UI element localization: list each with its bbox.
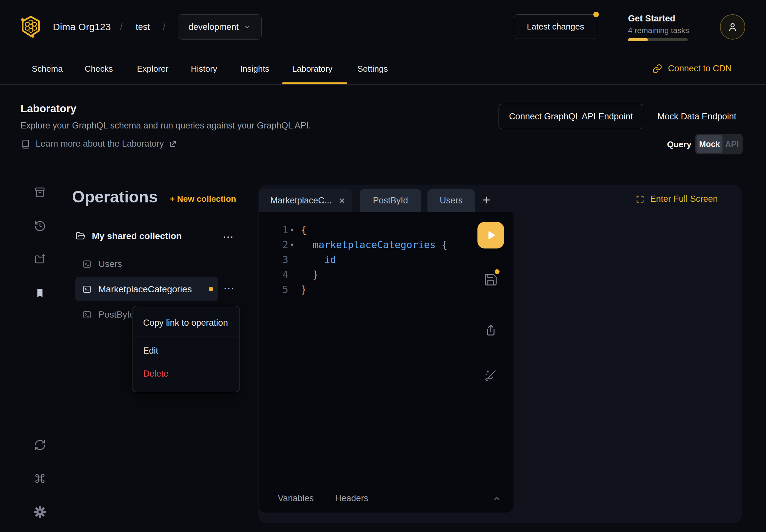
learn-more-link[interactable]: Learn more about the Laboratory	[21, 139, 177, 149]
operation-item-users[interactable]: Users	[82, 259, 122, 269]
settings-button[interactable]	[33, 505, 47, 519]
prettify-query-button[interactable]	[483, 368, 499, 383]
editor-tab-postbyid[interactable]: PostById	[359, 189, 421, 212]
menu-item-delete[interactable]: Delete	[132, 362, 239, 392]
code-token: id	[324, 254, 336, 265]
code-line: 3 id	[274, 252, 514, 267]
tab-laboratory[interactable]: Laboratory	[292, 64, 332, 74]
variables-tab[interactable]: Variables	[278, 493, 314, 503]
get-started-subtitle: 4 remaining tasks	[628, 26, 689, 35]
query-editor[interactable]: 1 ▾ { 2 ▾ marketplaceCategories { 3 id 4…	[259, 212, 514, 484]
line-number: 2	[274, 239, 288, 250]
mock-data-endpoint-button[interactable]: Mock Data Endpoint	[655, 112, 738, 122]
collection-my-shared-collection[interactable]: My shared collection	[76, 231, 182, 241]
operation-icon	[82, 259, 92, 269]
breadcrumb-project[interactable]: test	[136, 22, 150, 32]
operation-context-menu: Copy link to operation Edit Delete	[132, 306, 240, 392]
gear-icon	[34, 506, 46, 518]
close-icon[interactable]: ×	[339, 196, 345, 205]
breadcrumb-org[interactable]: Dima Org123	[53, 21, 111, 32]
latest-changes-label: Latest changes	[527, 22, 584, 32]
tab-history[interactable]: History	[191, 64, 217, 74]
operation-more-options-icon[interactable]: ⋯	[223, 282, 234, 295]
tab-insights[interactable]: Insights	[240, 64, 269, 74]
sidebar-divider	[60, 173, 60, 524]
editor-tab-label: Users	[440, 196, 463, 206]
bookmarks-button[interactable]	[33, 286, 47, 300]
code-token: }	[312, 269, 318, 280]
operation-item-postbyid[interactable]: PostById	[82, 309, 135, 320]
line-number: 1	[274, 224, 288, 236]
tab-schema[interactable]: Schema	[32, 64, 63, 74]
enter-fullscreen-button[interactable]: Enter Full Screen	[636, 194, 718, 204]
command-icon	[34, 472, 46, 485]
environment-dropdown[interactable]: development	[178, 14, 261, 40]
code-indent	[301, 269, 312, 280]
chevron-down-icon	[244, 23, 251, 30]
editor-bottom-bar: Variables Headers	[259, 484, 514, 513]
breadcrumb-separator: /	[163, 22, 165, 32]
user-avatar[interactable]	[720, 14, 745, 40]
connect-graphql-api-endpoint-button[interactable]: Connect GraphQL API Endpoint	[499, 104, 643, 129]
query-mode-api[interactable]: API	[723, 139, 741, 149]
share-operation-button[interactable]	[483, 322, 499, 338]
collection-more-options-icon[interactable]: ⋯	[223, 230, 234, 243]
archive-icon	[34, 187, 46, 198]
code-line: 5 }	[274, 282, 514, 297]
tab-explorer[interactable]: Explorer	[137, 64, 168, 74]
editor-tab-label: MarketplaceC...	[270, 196, 332, 206]
refetch-schema-button[interactable]	[33, 438, 47, 452]
menu-item-copy-link[interactable]: Copy link to operation	[132, 306, 239, 336]
operation-icon	[82, 310, 92, 320]
editor-tab-marketplacecategories[interactable]: MarketplaceC... ×	[259, 189, 352, 212]
execute-query-button[interactable]	[478, 222, 504, 248]
line-number: 5	[274, 284, 288, 295]
operation-item-marketplacecategories[interactable]: MarketplaceCategories	[82, 284, 192, 295]
shortcuts-button[interactable]	[33, 471, 47, 486]
bookmark-icon	[34, 287, 45, 298]
history-button[interactable]	[33, 219, 47, 233]
headers-tab[interactable]: Headers	[335, 493, 368, 503]
query-label: Query	[667, 139, 691, 150]
add-tab-button[interactable]: +	[482, 190, 491, 210]
learn-more-label: Learn more about the Laboratory	[36, 139, 164, 149]
operation-name: Users	[98, 259, 122, 269]
book-icon	[21, 139, 30, 149]
project-nav: Schema Checks Explorer History Insights …	[0, 55, 766, 85]
breadcrumb-separator: /	[120, 22, 123, 32]
query-mode-mock[interactable]: Mock	[697, 135, 723, 153]
get-started-progress-fill	[628, 38, 648, 41]
fold-caret-icon[interactable]: ▾	[288, 226, 301, 233]
fullscreen-icon	[636, 195, 645, 204]
query-mode-toggle: Mock API	[695, 134, 743, 154]
menu-item-edit[interactable]: Edit	[132, 336, 239, 362]
operations-title: Operations	[72, 187, 158, 206]
enter-fullscreen-label: Enter Full Screen	[650, 194, 718, 204]
external-link-icon	[169, 140, 177, 148]
laboratory-page: Dima Org123 / test / development Latest …	[0, 0, 766, 532]
latest-changes-button[interactable]: Latest changes	[514, 14, 597, 39]
new-folder-button[interactable]	[33, 252, 47, 266]
code-indent	[301, 254, 324, 265]
editor-tab-label: PostById	[373, 196, 408, 206]
save-operation-button[interactable]	[483, 272, 499, 287]
operation-icon	[82, 284, 92, 294]
operation-name: PostById	[98, 309, 135, 320]
collections-archive-button[interactable]	[33, 185, 47, 199]
get-started-title[interactable]: Get Started	[628, 14, 675, 24]
tab-checks[interactable]: Checks	[85, 64, 113, 74]
code-token: }	[301, 284, 307, 295]
active-tab-underline	[282, 82, 347, 84]
line-number: 3	[274, 254, 288, 265]
connect-to-cdn-link[interactable]: Connect to CDN	[652, 64, 732, 74]
new-collection-button[interactable]: + New collection	[170, 194, 236, 204]
chevron-up-icon	[493, 494, 501, 503]
editor-tab-users[interactable]: Users	[428, 189, 475, 212]
folder-plus-icon	[34, 253, 46, 265]
collapse-panel-button[interactable]	[493, 494, 501, 503]
code-indent	[301, 239, 312, 250]
fold-caret-icon[interactable]: ▾	[288, 241, 301, 248]
upload-icon	[484, 323, 498, 337]
tab-settings[interactable]: Settings	[357, 64, 388, 74]
hive-logo[interactable]	[20, 15, 42, 38]
